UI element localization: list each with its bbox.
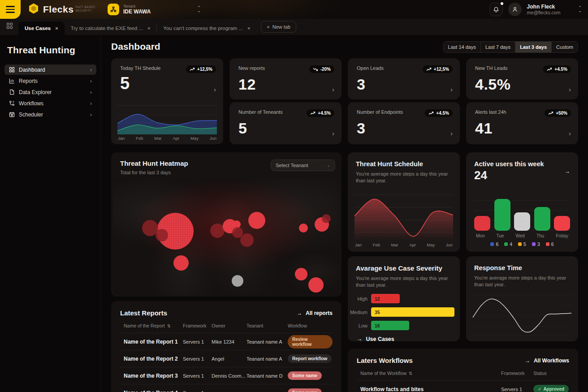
sidebar-item-data-explorer[interactable]: Data Explorer› xyxy=(4,87,96,97)
all-workflows-link[interactable]: → All Workflows xyxy=(525,358,569,364)
new-tab-button[interactable]: + New tab xyxy=(261,21,296,33)
severity-bar: 12 xyxy=(371,294,400,303)
legend-swatch xyxy=(532,242,536,246)
sidebar-item-dashboard[interactable]: Dashboard› xyxy=(4,65,96,75)
workflow-status: ✓Approved xyxy=(533,385,569,392)
range-button-custom[interactable]: Custom xyxy=(552,42,578,52)
report-framework: Servers 1 xyxy=(183,339,212,345)
axis-label: Mon xyxy=(476,233,484,238)
sidebar-item-label: Dashboard xyxy=(19,67,86,73)
stat-card-alerts-last-24h[interactable]: Alerts last 24h+50%41› xyxy=(466,102,578,144)
chevron-right-icon[interactable]: › xyxy=(332,86,334,93)
user-info[interactable]: John Fleck me@flecks.com xyxy=(527,4,561,15)
stat-value: 12 xyxy=(238,76,256,93)
apps-grid-icon[interactable] xyxy=(6,22,13,31)
select-tenant-dropdown[interactable]: Select Teanant ⌄ xyxy=(271,159,335,171)
scheduler-icon xyxy=(9,112,15,117)
close-icon[interactable]: × xyxy=(147,26,150,31)
axis-label: Mar xyxy=(391,242,398,247)
severity-subtitle: You're average more steps a day this yea… xyxy=(356,275,452,289)
stat-card-new-th-leads[interactable]: New TH Leads+4.5%4.5%› xyxy=(466,58,578,99)
trend-badge: +50% xyxy=(545,109,571,117)
chevron-right-icon[interactable]: › xyxy=(569,86,571,93)
stat-label: New TH Leads xyxy=(475,65,508,71)
stat-card-number-of-endpoints[interactable]: Number of Endpoints+4.5%3› xyxy=(348,102,460,144)
table-row[interactable]: Name of the Report 2Servers 1AngelTeanan… xyxy=(120,350,333,367)
axis-label: Thu xyxy=(536,233,544,238)
threat-hunt-heatmap-card: Threat Hunt Heatmap Total for the last 3… xyxy=(111,152,342,297)
plus-icon: + xyxy=(267,24,269,30)
range-button-last-7-days[interactable]: Last 7 days xyxy=(481,42,515,52)
table-row[interactable]: Name of the Report 3Servers 1Dennis Coom… xyxy=(120,367,333,384)
arrow-right-icon: → xyxy=(357,336,363,342)
close-icon[interactable]: × xyxy=(247,26,250,31)
report-name: Name of the Report 2 xyxy=(120,356,183,362)
brand-logo: Flecks xyxy=(28,0,74,19)
chevron-right-icon[interactable]: › xyxy=(450,129,453,137)
notifications-button[interactable] xyxy=(489,3,503,16)
avatar[interactable] xyxy=(508,3,522,16)
hamburger-menu-button[interactable] xyxy=(0,0,21,19)
report-workflow: Report workflow xyxy=(288,354,333,363)
tab-use-cases[interactable]: Use Cases× xyxy=(18,22,65,35)
axis-label: May xyxy=(427,242,435,247)
stat-label: Alerts last 24h xyxy=(475,109,506,115)
severity-card: Avarage Use Case Severity You're average… xyxy=(348,256,460,341)
stat-card-today-th-schedule[interactable]: Today TH Shedule +12,5% 5 › JanFebMarApr… xyxy=(111,58,223,144)
tenant-selector[interactable]: Tenant IDE WAWA ⌃⌄ xyxy=(108,2,201,17)
column-header: Teanant xyxy=(246,317,288,333)
threat-hunt-schedule-card: Threat Hunt Schedule You're average more… xyxy=(348,152,460,252)
active-users-bar-chart: MonTueWedThuFriday 64536 xyxy=(473,195,571,249)
table-row[interactable]: Name of the Report 4Servers 1Some name xyxy=(120,384,333,392)
stat-card-open-leads[interactable]: Open Leads+12,5%3› xyxy=(348,58,460,99)
use-cases-link[interactable]: → Use Cases xyxy=(357,336,460,342)
active-users-title: Active users this week xyxy=(474,160,544,168)
trend-up-icon xyxy=(190,68,195,71)
range-button-last-14-days[interactable]: Last 14 days xyxy=(444,42,481,52)
chevron-right-icon: › xyxy=(90,78,92,84)
severity-title: Avarage Use Case Severity xyxy=(356,264,452,272)
close-icon[interactable]: × xyxy=(55,26,58,31)
sort-icon[interactable]: ⇅ xyxy=(409,371,412,376)
sidebar-item-workflows[interactable]: Workflows› xyxy=(4,98,96,108)
stat-card-number-of-teneants[interactable]: Number of Teneants+4.5%5› xyxy=(229,102,342,144)
chevron-down-icon: ⌄ xyxy=(327,163,330,168)
axis-label: Feb xyxy=(136,136,143,141)
response-subtitle: You're average more steps a day this yea… xyxy=(474,275,570,288)
sidebar-item-reports[interactable]: Reports› xyxy=(4,76,96,86)
latest-reports-card: Latest Reports → All reports Name of the… xyxy=(111,301,342,392)
legend-swatch xyxy=(504,242,508,246)
range-button-last-3-days[interactable]: Last 3 days xyxy=(515,42,552,52)
sidebar: Threat Hunting Dashboard›Reports›Data Ex… xyxy=(0,35,101,392)
trend-up-icon xyxy=(426,68,432,71)
chevron-right-icon[interactable]: › xyxy=(450,86,453,93)
sort-icon[interactable]: ⇅ xyxy=(167,323,171,328)
severity-row-high: High12 xyxy=(348,294,460,303)
report-name: Name of the Report 3 xyxy=(120,373,183,379)
chevron-right-icon[interactable]: › xyxy=(569,129,571,137)
bar-thu xyxy=(534,207,550,231)
flecks-logo-icon xyxy=(28,3,39,16)
legend-swatch xyxy=(518,242,522,246)
stat-label: New reports xyxy=(238,65,265,71)
axis-label: Jun xyxy=(210,136,216,141)
chevron-right-icon: › xyxy=(90,66,92,73)
topbar: Flecks FACT BASEDSECURITY Tenant IDE WAW… xyxy=(0,0,588,19)
chevron-updown-icon[interactable]: ⌃⌄ xyxy=(578,6,582,13)
tab-try-to-calculate-the-exe-feed[interactable]: Try to calculate the EXE feed ...× xyxy=(65,22,157,35)
stat-card-new-reports[interactable]: New reports-20%12› xyxy=(229,58,342,99)
table-row[interactable]: Workflow facts and bitesServers 1✓Approv… xyxy=(357,380,569,392)
active-users-card: Active users this week 24 → MonTueWedThu… xyxy=(466,152,578,252)
tab-label: Use Cases xyxy=(25,26,51,31)
sidebar-item-scheduler[interactable]: Scheduler› xyxy=(4,109,96,120)
heat-bubble xyxy=(173,255,189,271)
chevron-right-icon[interactable]: › xyxy=(332,129,334,137)
chevron-right-icon[interactable]: › xyxy=(214,86,216,93)
report-name: Name of the Report 4 xyxy=(120,390,183,392)
tab-you-can-t-compress-the-program[interactable]: You can't compress the program ...× xyxy=(157,22,256,35)
table-row[interactable]: Name of the Report 1Servers 1Mike 1234Te… xyxy=(120,333,333,350)
report-tenant: Teanant name D xyxy=(246,373,288,379)
legend-swatch xyxy=(490,242,494,246)
arrow-right-icon[interactable]: → xyxy=(565,160,571,182)
all-reports-link[interactable]: → All reports xyxy=(297,310,333,316)
